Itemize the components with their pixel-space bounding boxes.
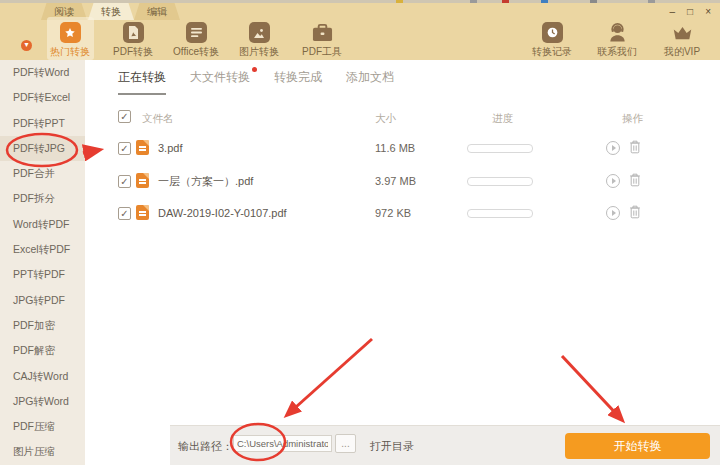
sidebar-item-jpg-to-word[interactable]: JPG转Word: [0, 389, 85, 414]
pdf-file-icon: [123, 22, 144, 43]
row-checkbox[interactable]: ✓: [118, 175, 131, 188]
tab-convert[interactable]: 转换: [88, 3, 134, 20]
sidebar-item-ppt-to-pdf[interactable]: PPT转PDF: [0, 262, 85, 287]
toolbar-item-history[interactable]: 转换记录: [528, 22, 576, 59]
star-icon: [60, 22, 81, 43]
toolbar-item-label: PDF转换: [113, 45, 153, 59]
play-button[interactable]: [606, 141, 620, 155]
sidebar: PDF转Word PDF转Excel PDF转PPT PDF转JPG PDF合并…: [0, 60, 85, 465]
collapse-badge-icon[interactable]: ▾: [21, 40, 32, 51]
progress-bar: [467, 177, 533, 186]
sidebar-item-pdf-to-jpg[interactable]: PDF转JPG: [0, 136, 85, 161]
tab-add-document[interactable]: 添加文档: [346, 69, 394, 95]
table-header: ✓ 文件名 大小 进度 操作: [85, 110, 720, 128]
open-directory-link[interactable]: 打开目录: [370, 439, 414, 454]
toolbar-item-label: Office转换: [173, 45, 219, 59]
tab-label: 大文件转换: [190, 70, 250, 84]
select-all-checkbox[interactable]: ✓: [118, 110, 131, 123]
column-header-size: 大小: [375, 110, 396, 126]
pdf-file-type-icon: [136, 205, 149, 220]
sidebar-item-caj-to-word[interactable]: CAJ转Word: [0, 364, 85, 389]
file-size: 11.6 MB: [375, 140, 415, 156]
file-name: 3.pdf: [158, 140, 182, 156]
toolbar-item-label: 转换记录: [532, 45, 572, 59]
column-header-progress: 进度: [492, 110, 513, 126]
sidebar-item-pdf-to-word[interactable]: PDF转Word: [0, 60, 85, 85]
row-checkbox[interactable]: ✓: [118, 142, 131, 155]
sidebar-item-pdf-decrypt[interactable]: PDF解密: [0, 338, 85, 363]
history-clock-icon: [542, 22, 563, 43]
output-path-label: 输出路径：: [178, 439, 233, 454]
sidebar-item-pdf-split[interactable]: PDF拆分: [0, 186, 85, 211]
file-size: 3.97 MB: [375, 173, 416, 189]
toolbar-item-label: 热门转换: [50, 45, 90, 59]
sidebar-item-pdf-to-excel[interactable]: PDF转Excel: [0, 85, 85, 110]
sidebar-item-pdf-encrypt[interactable]: PDF加密: [0, 313, 85, 338]
footer-bar: 输出路径： ... 打开目录 开始转换: [170, 425, 720, 465]
app-window: 阅读 转换 编辑 – □ × ▾ 热门转换 PDF转换: [0, 0, 720, 465]
delete-icon[interactable]: [629, 205, 641, 221]
sidebar-item-jpg-to-pdf[interactable]: JPG转PDF: [0, 288, 85, 313]
file-name: 一层（方案一）.pdf: [158, 173, 253, 189]
play-button[interactable]: [606, 174, 620, 188]
pdf-file-type-icon: [136, 140, 149, 155]
sidebar-item-pdf-compress[interactable]: PDF压缩: [0, 414, 85, 439]
delete-icon[interactable]: [629, 173, 641, 189]
tab-convert-done[interactable]: 转换完成: [274, 69, 322, 95]
toolbar-item-label: 我的VIP: [664, 45, 700, 59]
progress-bar: [467, 209, 533, 218]
tab-edit[interactable]: 编辑: [134, 3, 180, 20]
sidebar-item-word-to-pdf[interactable]: Word转PDF: [0, 212, 85, 237]
sidebar-item-pdf-merge[interactable]: PDF合并: [0, 161, 85, 186]
toolbar: 热门转换 PDF转换 Office转换 图片转换: [46, 22, 346, 59]
toolbar-item-label: 联系我们: [597, 45, 637, 59]
browse-path-button[interactable]: ...: [335, 434, 356, 453]
tab-converting[interactable]: 正在转换: [118, 69, 166, 95]
tab-large-file-convert[interactable]: 大文件转换: [190, 69, 250, 95]
column-header-filename: 文件名: [142, 110, 174, 126]
file-name: DAW-2019-I02-Y-0107.pdf: [158, 205, 287, 221]
toolbar-item-label: 图片转换: [239, 45, 279, 59]
office-doc-icon: [186, 22, 207, 43]
window-controls: – □ ×: [670, 6, 711, 18]
maximize-button[interactable]: □: [687, 6, 693, 18]
main-tabs: 正在转换 大文件转换 转换完成 添加文档: [118, 69, 394, 95]
toolbar-right: 转换记录 联系我们 我的VIP: [528, 22, 706, 59]
sidebar-item-excel-to-pdf[interactable]: Excel转PDF: [0, 237, 85, 262]
table-row: ✓ DAW-2019-I02-Y-0107.pdf 972 KB: [85, 205, 720, 223]
toolbar-item-hot-convert[interactable]: 热门转换: [46, 22, 94, 59]
play-button[interactable]: [606, 206, 620, 220]
sidebar-item-image-compress[interactable]: 图片压缩: [0, 439, 85, 464]
headset-person-icon: [607, 22, 628, 43]
notification-dot: [252, 67, 257, 72]
toolbar-item-pdf-convert[interactable]: PDF转换: [109, 22, 157, 59]
start-convert-button[interactable]: 开始转换: [565, 433, 710, 459]
sidebar-item-pdf-to-ppt[interactable]: PDF转PPT: [0, 111, 85, 136]
crown-icon: [672, 22, 693, 43]
toolbar-item-pdf-tools[interactable]: PDF工具: [298, 22, 346, 59]
toolbar-item-image-convert[interactable]: 图片转换: [235, 22, 283, 59]
output-path-input[interactable]: [233, 435, 332, 452]
toolbar-item-office-convert[interactable]: Office转换: [172, 22, 220, 59]
delete-icon[interactable]: [629, 140, 641, 156]
image-icon: [249, 22, 270, 43]
row-checkbox[interactable]: ✓: [118, 207, 131, 220]
toolbar-item-vip[interactable]: 我的VIP: [658, 22, 706, 59]
close-button[interactable]: ×: [705, 6, 711, 18]
column-header-actions: 操作: [622, 110, 643, 126]
table-row: ✓ 一层（方案一）.pdf 3.97 MB: [85, 173, 720, 191]
progress-bar: [467, 144, 533, 153]
toolbox-icon: [312, 22, 333, 43]
minimize-button[interactable]: –: [670, 6, 676, 18]
toolbar-item-contact[interactable]: 联系我们: [593, 22, 641, 59]
pdf-file-type-icon: [136, 173, 149, 188]
window-chrome: 阅读 转换 编辑 – □ × ▾ 热门转换 PDF转换: [0, 3, 720, 60]
main-panel: 正在转换 大文件转换 转换完成 添加文档 ✓ 文件名 大小 进度 操作 ✓ 3.…: [85, 60, 720, 465]
toolbar-item-label: PDF工具: [302, 45, 342, 59]
table-row: ✓ 3.pdf 11.6 MB: [85, 140, 720, 158]
file-size: 972 KB: [375, 205, 411, 221]
